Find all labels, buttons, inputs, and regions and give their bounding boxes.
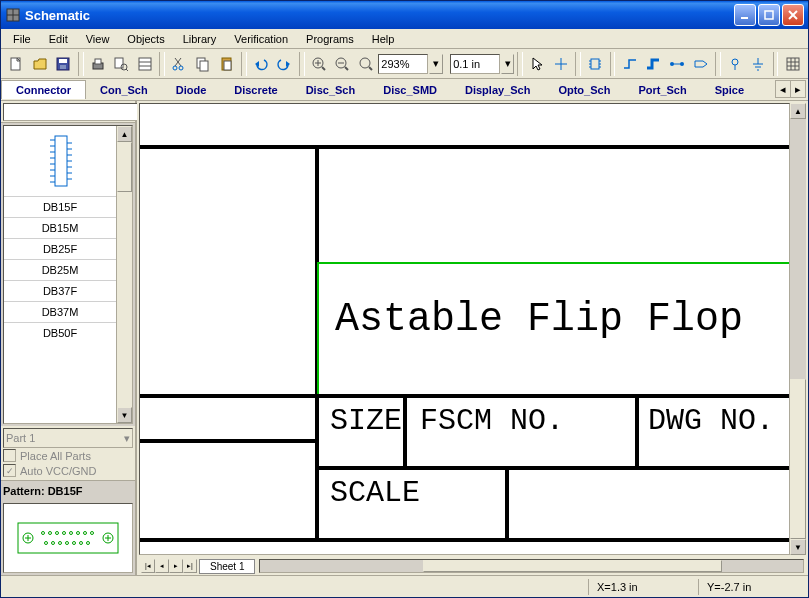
tab-scroll-left[interactable]: ◂ bbox=[775, 80, 791, 98]
titles-icon[interactable] bbox=[134, 52, 157, 76]
zoom-dropdown[interactable]: ▾ bbox=[429, 54, 442, 74]
new-icon[interactable] bbox=[5, 52, 28, 76]
sheet-last-icon[interactable]: ▸| bbox=[183, 559, 197, 573]
svg-marker-40 bbox=[533, 58, 542, 70]
svg-rect-60 bbox=[787, 58, 799, 70]
grid-icon[interactable] bbox=[781, 52, 804, 76]
zoom-out-icon[interactable] bbox=[331, 52, 354, 76]
menu-verification[interactable]: Verification bbox=[226, 31, 296, 47]
scroll-up-icon[interactable]: ▲ bbox=[117, 126, 132, 142]
part-gate-dropdown[interactable]: Part 1▾ bbox=[3, 428, 133, 448]
component-icon[interactable] bbox=[584, 52, 607, 76]
place-all-checkbox[interactable] bbox=[3, 449, 16, 462]
part-item[interactable]: DB37M bbox=[4, 301, 116, 322]
svg-point-24 bbox=[179, 66, 183, 70]
scroll-down-icon[interactable]: ▼ bbox=[117, 407, 132, 423]
tab-discrete[interactable]: Discrete bbox=[220, 80, 291, 99]
schematic-canvas[interactable]: Astable Flip Flop bbox=[139, 103, 790, 555]
net-icon[interactable] bbox=[666, 52, 689, 76]
crosshair-icon[interactable] bbox=[550, 52, 573, 76]
grid-input[interactable] bbox=[450, 54, 500, 74]
svg-rect-11 bbox=[59, 59, 67, 63]
part-item[interactable]: DB25F bbox=[4, 238, 116, 259]
copy-icon[interactable] bbox=[192, 52, 215, 76]
tab-con-sch[interactable]: Con_Sch bbox=[86, 80, 162, 99]
svg-marker-9 bbox=[34, 59, 46, 69]
tab-scroll-right[interactable]: ▸ bbox=[790, 80, 806, 98]
part-item[interactable]: DB25M bbox=[4, 259, 116, 280]
titleblock-title: Astable Flip Flop bbox=[335, 297, 743, 342]
part-item[interactable]: DB15M bbox=[4, 217, 116, 238]
part-item[interactable]: DB37F bbox=[4, 280, 116, 301]
power-icon[interactable] bbox=[724, 52, 747, 76]
menu-help[interactable]: Help bbox=[364, 31, 403, 47]
tab-display-sch[interactable]: Display_Sch bbox=[451, 80, 544, 99]
port-icon[interactable] bbox=[689, 52, 712, 76]
tab-disc-smd[interactable]: Disc_SMD bbox=[369, 80, 451, 99]
scroll-up-icon[interactable]: ▲ bbox=[790, 103, 806, 119]
titleblock-line bbox=[403, 396, 407, 468]
titleblock-line bbox=[317, 466, 790, 470]
redo-icon[interactable] bbox=[273, 52, 296, 76]
part-filter-input[interactable] bbox=[3, 103, 143, 121]
save-icon[interactable] bbox=[52, 52, 75, 76]
menu-programs[interactable]: Programs bbox=[298, 31, 362, 47]
svg-rect-15 bbox=[115, 58, 123, 68]
open-icon[interactable] bbox=[29, 52, 52, 76]
paste-icon[interactable] bbox=[215, 52, 238, 76]
grid-dropdown[interactable]: ▾ bbox=[501, 54, 514, 74]
canvas-hscrollbar[interactable] bbox=[259, 559, 804, 573]
menu-view[interactable]: View bbox=[78, 31, 118, 47]
wire-icon[interactable] bbox=[618, 52, 641, 76]
sheet-first-icon[interactable]: |◂ bbox=[141, 559, 155, 573]
scroll-down-icon[interactable]: ▼ bbox=[790, 539, 806, 555]
menubar: File Edit View Objects Library Verificat… bbox=[1, 29, 808, 49]
minimize-button[interactable] bbox=[734, 4, 756, 26]
titlebar: Schematic bbox=[1, 1, 808, 29]
svg-line-17 bbox=[126, 69, 128, 71]
svg-point-52 bbox=[680, 62, 684, 66]
sheet-tab[interactable]: Sheet 1 bbox=[199, 559, 255, 574]
part-item[interactable]: DB50F bbox=[4, 322, 116, 343]
tab-disc-sch[interactable]: Disc_Sch bbox=[292, 80, 370, 99]
svg-point-96 bbox=[77, 532, 80, 535]
svg-point-102 bbox=[66, 542, 69, 545]
menu-file[interactable]: File bbox=[5, 31, 39, 47]
tab-diode[interactable]: Diode bbox=[162, 80, 221, 99]
preview-icon[interactable] bbox=[110, 52, 133, 76]
part-item[interactable]: DB15F bbox=[4, 196, 116, 217]
svg-point-101 bbox=[59, 542, 62, 545]
titleblock-scale-label: SCALE bbox=[330, 476, 420, 510]
app-icon bbox=[5, 7, 21, 23]
tab-port-sch[interactable]: Port_Sch bbox=[624, 80, 700, 99]
parts-scrollbar[interactable]: ▲ ▼ bbox=[116, 126, 132, 423]
menu-edit[interactable]: Edit bbox=[41, 31, 76, 47]
svg-point-93 bbox=[56, 532, 59, 535]
canvas-vscrollbar[interactable]: ▲ ▼ bbox=[790, 103, 806, 555]
bus-icon[interactable] bbox=[642, 52, 665, 76]
titleblock-line bbox=[505, 466, 509, 540]
part-symbol bbox=[4, 126, 116, 196]
close-button[interactable] bbox=[782, 4, 804, 26]
zoom-fit-icon[interactable] bbox=[355, 52, 378, 76]
pointer-icon[interactable] bbox=[526, 52, 549, 76]
tab-spice[interactable]: Spice bbox=[701, 80, 758, 99]
print-icon[interactable] bbox=[87, 52, 110, 76]
undo-icon[interactable] bbox=[250, 52, 273, 76]
menu-objects[interactable]: Objects bbox=[119, 31, 172, 47]
svg-point-91 bbox=[42, 532, 45, 535]
maximize-button[interactable] bbox=[758, 4, 780, 26]
titleblock-line bbox=[140, 538, 790, 542]
tab-connector[interactable]: Connector bbox=[1, 80, 86, 99]
menu-library[interactable]: Library bbox=[175, 31, 225, 47]
auto-vcc-checkbox[interactable]: ✓ bbox=[3, 464, 16, 477]
zoom-in-icon[interactable] bbox=[308, 52, 331, 76]
zoom-input[interactable] bbox=[378, 54, 428, 74]
ground-icon[interactable] bbox=[747, 52, 770, 76]
tab-opto-sch[interactable]: Opto_Sch bbox=[544, 80, 624, 99]
svg-marker-53 bbox=[695, 61, 707, 67]
sheet-next-icon[interactable]: ▸ bbox=[169, 559, 183, 573]
sheet-prev-icon[interactable]: ◂ bbox=[155, 559, 169, 573]
titleblock-fscm-label: FSCM NO. bbox=[420, 404, 564, 438]
cut-icon[interactable] bbox=[168, 52, 191, 76]
